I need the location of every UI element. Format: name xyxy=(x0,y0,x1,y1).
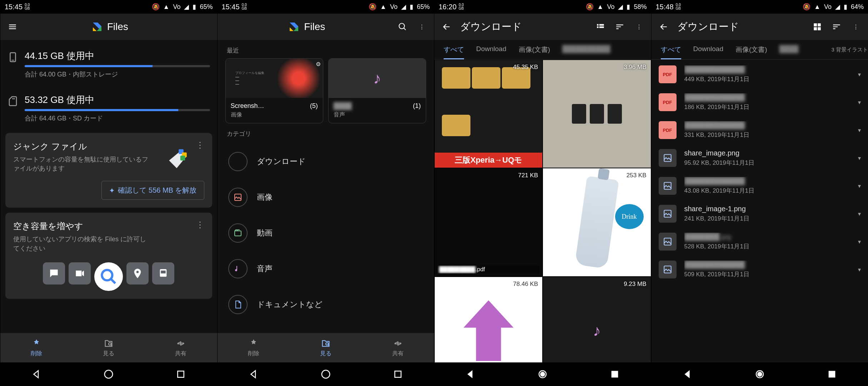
sd-storage-block[interactable]: 53.32 GB 使用中 合計 64.46 GB・SD カード xyxy=(0,84,217,128)
file-name: ████████████ xyxy=(684,177,850,185)
nav-home-button[interactable] xyxy=(537,369,548,380)
chevron-down-icon[interactable]: ▾ xyxy=(858,71,861,78)
nav-recent-button[interactable] xyxy=(175,369,186,380)
status-time: 15:45 xyxy=(5,3,23,11)
app-title: Files xyxy=(304,21,325,33)
nav-back-button[interactable] xyxy=(465,369,476,380)
tab-images-doc[interactable]: 画像(文書) xyxy=(735,45,767,59)
chevron-down-icon[interactable]: ▾ xyxy=(858,211,861,217)
download-icon xyxy=(228,152,248,171)
battery-icon: ▮ xyxy=(410,3,413,11)
file-row[interactable]: PDF████████████331 KB, 2019年11月1日▾ xyxy=(652,116,868,144)
folder-title: ダウンロード xyxy=(460,20,522,34)
file-row[interactable]: ████████████509 KB, 2019年11月1日▾ xyxy=(652,256,868,283)
tab-download[interactable]: Download xyxy=(476,45,507,59)
image-thumbnail-2[interactable]: 3.96 MB xyxy=(543,60,651,168)
card-more-icon[interactable]: ⋮ xyxy=(194,139,206,151)
nav-bar xyxy=(652,362,868,386)
image-thumbnail-5[interactable]: 78.46 KB xyxy=(434,277,543,363)
tab-blurred[interactable]: ████ xyxy=(779,45,799,59)
nav-recent-button[interactable] xyxy=(609,369,620,380)
svg-rect-25 xyxy=(814,23,817,26)
more-icon[interactable]: ⋮ xyxy=(633,21,645,33)
app-bar: Files xyxy=(0,14,217,40)
file-row[interactable]: share_image-1.png241 KB, 2019年11月1日▾ xyxy=(652,200,868,228)
file-size: 45.35 KB xyxy=(513,64,538,71)
nav-bar xyxy=(434,362,651,386)
file-row[interactable]: PDF████████████186 KB, 2019年11月1日▾ xyxy=(652,88,868,116)
category-images[interactable]: 画像 xyxy=(218,179,434,215)
more-icon[interactable]: ⋮ xyxy=(850,21,862,33)
nav-bar xyxy=(218,362,434,386)
tab-all[interactable]: すべて xyxy=(661,45,681,59)
image-thumbnail-3[interactable]: 721 KB █████████.pdf xyxy=(434,168,543,276)
nav-home-button[interactable] xyxy=(103,369,114,380)
tab-browse[interactable]: 見る xyxy=(290,333,362,362)
status-time: 16:20 xyxy=(439,3,457,11)
chevron-down-icon[interactable]: ▾ xyxy=(858,155,861,162)
nav-back-button[interactable] xyxy=(248,369,259,380)
category-documents[interactable]: ドキュメントなど xyxy=(218,287,434,322)
svg-point-6 xyxy=(136,271,139,273)
file-row[interactable]: ███████.jpg528 KB, 2019年11月1日▾ xyxy=(652,228,868,256)
status-data: 0.0GB xyxy=(25,3,30,10)
tab-images-doc[interactable]: 画像(文書) xyxy=(519,45,550,59)
nav-home-button[interactable] xyxy=(320,369,331,380)
document-icon xyxy=(228,295,248,314)
nav-back-button[interactable] xyxy=(31,369,42,380)
image-icon xyxy=(659,205,677,223)
nav-recent-button[interactable] xyxy=(393,369,403,380)
tab-download[interactable]: Download xyxy=(693,45,724,59)
search-icon[interactable] xyxy=(397,21,408,33)
tab-clean[interactable]: 削除 xyxy=(218,333,290,362)
nav-recent-button[interactable] xyxy=(827,369,837,380)
file-meta: 241 KB, 2019年11月1日 xyxy=(684,214,850,223)
view-grid-icon[interactable] xyxy=(812,21,823,33)
image-thumbnail-4[interactable]: Drink 253 KB xyxy=(543,168,651,276)
category-video[interactable]: 動画 xyxy=(218,215,434,251)
back-icon[interactable] xyxy=(441,21,452,33)
tab-share[interactable]: 共有 xyxy=(145,333,217,362)
chevron-down-icon[interactable]: ▾ xyxy=(858,266,861,273)
category-downloads[interactable]: ダウンロード xyxy=(218,144,434,179)
nav-back-button[interactable] xyxy=(682,369,693,380)
image-thumbnail-1[interactable]: 三版Xperia→UQモ 45.35 KB xyxy=(434,60,543,168)
tab-blurred[interactable]: ██████████ xyxy=(562,45,610,59)
tab-share[interactable]: 共有 xyxy=(362,333,434,362)
file-meta: 186 KB, 2019年11月1日 xyxy=(684,103,850,111)
sort-icon[interactable] xyxy=(831,21,842,33)
category-audio[interactable]: 音声 xyxy=(218,251,434,287)
file-row[interactable]: ████████████43.08 KB, 2019年11月1日▾ xyxy=(652,172,868,200)
recent-screenshots-card[interactable]: プロフィールを編集━━━━━━ ⚙ Screensh…(5) 画像 xyxy=(225,58,323,123)
card-more-icon[interactable]: ⋮ xyxy=(194,219,206,231)
file-row[interactable]: PDF████████████449 KB, 2019年11月1日▾ xyxy=(652,60,868,88)
image-icon xyxy=(228,188,248,207)
internal-storage-block[interactable]: 44.15 GB 使用中 合計 64.00 GB・内部ストレージ xyxy=(0,40,217,84)
chevron-down-icon[interactable]: ▾ xyxy=(858,238,861,245)
video-icon xyxy=(228,223,248,243)
internal-usage: 44.15 GB 使用中 xyxy=(25,50,210,62)
image-thumbnail-6[interactable]: ♪ 9.23 MB xyxy=(543,277,651,363)
tab-all[interactable]: すべて xyxy=(444,45,464,59)
tab-browse[interactable]: 見る xyxy=(73,333,145,362)
view-list-icon[interactable] xyxy=(595,21,606,33)
back-icon[interactable] xyxy=(658,21,669,33)
sparkle-icon: ✦ xyxy=(109,186,115,195)
chevron-down-icon[interactable]: ▾ xyxy=(858,127,861,134)
recent-audio-card[interactable]: ♪ ████(1) 音声 xyxy=(328,58,426,123)
chevron-down-icon[interactable]: ▾ xyxy=(858,99,861,106)
svg-rect-19 xyxy=(597,26,598,28)
status-data: 0.0GB xyxy=(242,3,247,10)
confirm-clean-button[interactable]: ✦ 確認して 556 MB を解放 xyxy=(101,181,204,200)
app-bar: ダウンロード ⋮ xyxy=(652,14,868,40)
sort-icon[interactable] xyxy=(614,21,625,33)
tab-clean[interactable]: 削除 xyxy=(0,333,73,362)
more-icon[interactable]: ⋮ xyxy=(416,21,428,33)
nav-bar xyxy=(0,362,217,386)
svg-rect-28 xyxy=(818,27,821,30)
file-row[interactable]: share_image.png95.92 KB, 2019年11月1日▾ xyxy=(652,144,868,172)
nav-home-button[interactable] xyxy=(754,369,765,380)
file-name: ████████████ xyxy=(684,93,850,102)
svg-point-23 xyxy=(540,372,545,377)
chevron-down-icon[interactable]: ▾ xyxy=(858,183,861,189)
